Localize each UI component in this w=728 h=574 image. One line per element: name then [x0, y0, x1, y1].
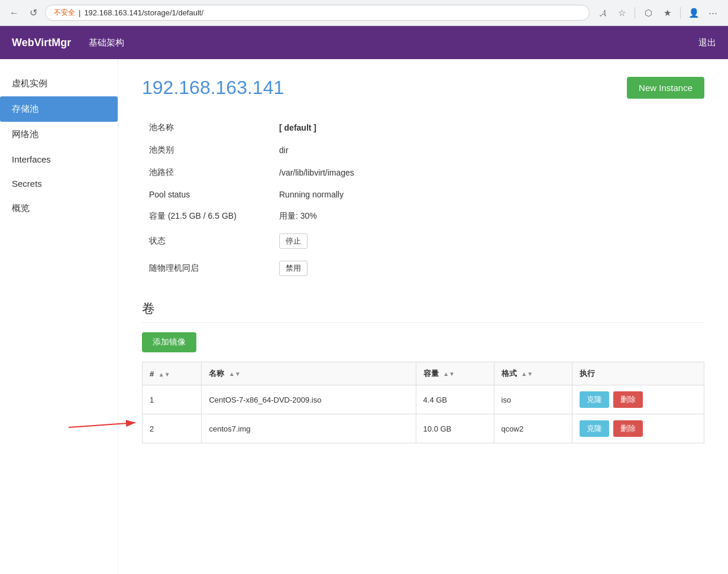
profile-icon[interactable]: 👤 — [685, 5, 702, 21]
pool-name-label: 池名称 — [142, 116, 272, 139]
pool-autostart-value: 禁用 — [272, 255, 704, 282]
content-area: 192.168.163.141 New Instance 池名称 [ defau… — [118, 59, 728, 574]
pool-type-value: dir — [272, 139, 704, 161]
pool-state-row: 状态 停止 — [142, 228, 704, 255]
row1-delete-button[interactable]: 删除 — [613, 391, 643, 408]
address-separator: | — [79, 8, 80, 17]
row2-capacity: 10.0 GB — [416, 414, 494, 443]
pool-autostart-button[interactable]: 禁用 — [279, 261, 308, 276]
sidebar-item-network[interactable]: 网络池 — [0, 122, 118, 147]
sidebar-item-interfaces[interactable]: Interfaces — [0, 147, 118, 171]
new-instance-button[interactable]: New Instance — [627, 77, 704, 99]
col-capacity-label: 容量 — [423, 369, 439, 378]
pool-type-row: 池类别 dir — [142, 139, 704, 161]
pool-capacity-row: 容量 (21.5 GB / 6.5 GB) 用量: 30% — [142, 205, 704, 228]
col-num-label: # — [150, 369, 154, 378]
pool-state-label: 状态 — [142, 228, 272, 255]
bookmark-icon[interactable]: ★ — [659, 5, 675, 21]
refresh-button[interactable]: ↺ — [26, 6, 40, 20]
col-action: 执行 — [572, 362, 704, 385]
pool-state-value: 停止 — [272, 228, 704, 255]
app-header: WebVirtMgr 基础架构 退出 — [0, 26, 728, 59]
sort-icon-num[interactable]: ▲▼ — [158, 371, 170, 378]
browser-actions: 𝓐 ☆ ⬡ ★ 👤 ⋯ — [594, 5, 721, 21]
pool-status-row: Pool status Running normally — [142, 184, 704, 205]
row1-format: iso — [494, 385, 572, 414]
pool-status-value: Running normally — [272, 184, 704, 205]
logout-link[interactable]: 退出 — [698, 37, 716, 48]
volume-table-header: # ▲▼ 名称 ▲▼ 容量 ▲▼ 格式 ▲▼ 执行 — [143, 362, 704, 385]
add-image-button[interactable]: 添加镜像 — [142, 332, 196, 352]
pool-name-row: 池名称 [ default ] — [142, 116, 704, 139]
volumes-section-title: 卷 — [142, 300, 704, 323]
col-name: 名称 ▲▼ — [202, 362, 416, 385]
divider2 — [680, 7, 681, 19]
pool-status-label: Pool status — [142, 184, 272, 205]
page-title: 192.168.163.141 — [142, 77, 284, 99]
pool-autostart-row: 随物理机同启 禁用 — [142, 255, 704, 282]
row2-num: 2 — [143, 414, 202, 443]
pool-autostart-label: 随物理机同启 — [142, 255, 272, 282]
row2-actions: 克隆 删除 — [572, 414, 704, 443]
collections-icon[interactable]: ⬡ — [640, 5, 656, 21]
col-format-label: 格式 — [501, 369, 517, 378]
app-logo: WebVirtMgr — [12, 37, 71, 49]
nav-link-infrastructure[interactable]: 基础架构 — [89, 37, 124, 48]
address-bar[interactable]: 不安全 | 192.168.163.141/storage/1/default/ — [45, 5, 590, 21]
sort-icon-name[interactable]: ▲▼ — [229, 371, 241, 377]
col-num: # ▲▼ — [143, 362, 202, 385]
row2-format: qcow2 — [494, 414, 572, 443]
pool-info-table: 池名称 [ default ] 池类别 dir 池路径 /var/lib/lib… — [142, 116, 704, 282]
sidebar-item-storage[interactable]: 存储池 — [0, 96, 118, 122]
col-format: 格式 ▲▼ — [494, 362, 572, 385]
sidebar: 虚机实例 存储池 网络池 Interfaces Secrets 概览 — [0, 59, 118, 574]
pool-state-button[interactable]: 停止 — [279, 234, 308, 249]
row1-num: 1 — [143, 385, 202, 414]
favorites-icon[interactable]: ☆ — [613, 5, 630, 21]
address-url: 192.168.163.141/storage/1/default/ — [84, 8, 203, 17]
pool-path-row: 池路径 /var/lib/libvirt/images — [142, 161, 704, 184]
browser-chrome: ← ↺ 不安全 | 192.168.163.141/storage/1/defa… — [0, 0, 728, 26]
back-button[interactable]: ← — [7, 6, 21, 20]
pool-name-value: [ default ] — [272, 116, 704, 139]
table-row: 1 CentOS-7-x86_64-DVD-2009.iso 4.4 GB is… — [143, 385, 704, 414]
row2-clone-button[interactable]: 克隆 — [580, 420, 609, 437]
sidebar-item-secrets[interactable]: Secrets — [0, 171, 118, 196]
read-aloud-icon[interactable]: 𝓐 — [594, 5, 611, 21]
row2-delete-button[interactable]: 删除 — [613, 420, 643, 437]
pool-type-label: 池类别 — [142, 139, 272, 161]
row1-actions: 克隆 删除 — [572, 385, 704, 414]
pool-capacity-value: 用量: 30% — [272, 205, 704, 228]
red-arrow-annotation — [66, 414, 143, 432]
pool-path-value: /var/lib/libvirt/images — [272, 161, 704, 184]
row1-name: CentOS-7-x86_64-DVD-2009.iso — [202, 385, 416, 414]
row2-num-text: 2 — [150, 424, 154, 433]
security-warning: 不安全 — [54, 8, 75, 18]
more-icon[interactable]: ⋯ — [704, 5, 721, 21]
row1-capacity: 4.4 GB — [416, 385, 494, 414]
pool-name-badge: [ default ] — [279, 123, 316, 132]
col-name-label: 名称 — [209, 369, 224, 378]
col-capacity: 容量 ▲▼ — [416, 362, 494, 385]
volume-table: # ▲▼ 名称 ▲▼ 容量 ▲▼ 格式 ▲▼ 执行 — [142, 362, 704, 443]
pool-capacity-label: 容量 (21.5 GB / 6.5 GB) — [142, 205, 272, 228]
sidebar-item-vms[interactable]: 虚机实例 — [0, 71, 118, 96]
sort-icon-capacity[interactable]: ▲▼ — [443, 371, 455, 377]
table-row: 2 centos7.img 10.0 GB — [143, 414, 704, 443]
main-container: 虚机实例 存储池 网络池 Interfaces Secrets 概览 192.1… — [0, 59, 728, 574]
page-header: 192.168.163.141 New Instance — [142, 77, 704, 99]
svg-line-1 — [69, 423, 135, 427]
row2-name: centos7.img — [202, 414, 416, 443]
sidebar-item-overview[interactable]: 概览 — [0, 196, 118, 221]
divider — [635, 7, 635, 19]
row1-clone-button[interactable]: 克隆 — [580, 391, 609, 408]
sort-icon-format[interactable]: ▲▼ — [521, 371, 533, 377]
pool-path-label: 池路径 — [142, 161, 272, 184]
